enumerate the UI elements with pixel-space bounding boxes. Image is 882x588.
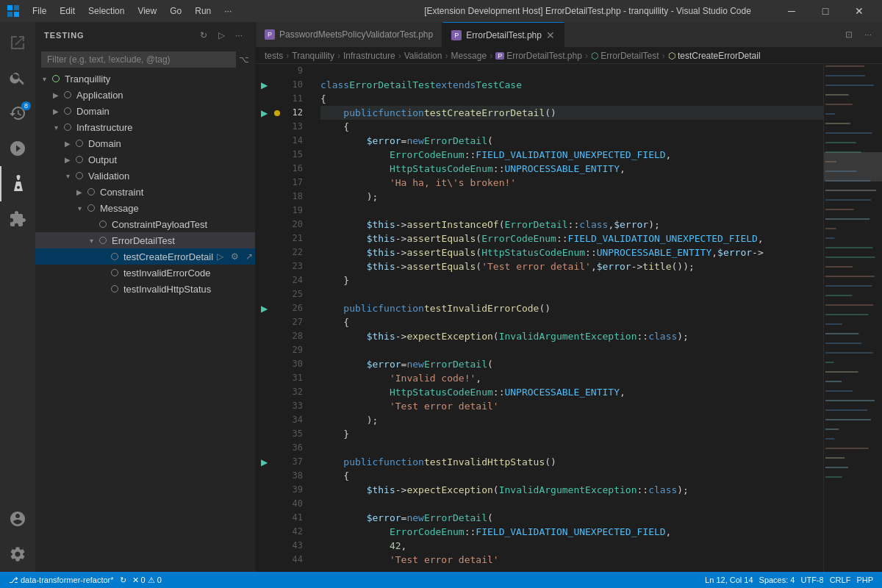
maximize-button[interactable]: □	[808, 0, 842, 22]
close-button[interactable]: ✕	[842, 0, 876, 22]
circle-icon	[62, 105, 74, 117]
activity-source-control[interactable]: 8	[0, 96, 35, 131]
goto-test-button[interactable]: ↗	[243, 250, 255, 263]
status-sync[interactable]: ↻	[117, 572, 129, 588]
gutter-line-37[interactable]: ▶	[256, 455, 272, 469]
gutter-line-17	[256, 176, 272, 190]
tree-item-output[interactable]: ▶ Output	[35, 151, 255, 168]
ln-27: 27	[282, 315, 303, 329]
main-layout: 8 TESTING ↻ ▷ ··· ⌥	[0, 22, 882, 572]
menu-selection[interactable]: Selection	[82, 4, 130, 18]
menu-view[interactable]: View	[132, 4, 162, 18]
code-line-36	[320, 441, 823, 455]
warn-15	[272, 148, 282, 162]
breadcrumb-file[interactable]: PErrorDetailTest.php	[495, 50, 582, 61]
menu-more[interactable]: ···	[218, 4, 237, 18]
tree-item-application[interactable]: ▶ Application	[35, 87, 255, 103]
code-line-43: 42,	[320, 539, 823, 553]
tree-item-validation[interactable]: ▾ Validation	[35, 168, 255, 184]
expand-arrow: ▾	[74, 204, 85, 212]
refresh-button[interactable]: ↻	[196, 28, 211, 43]
activity-run[interactable]	[0, 131, 35, 166]
warn-44	[272, 553, 282, 567]
breadcrumb-validation[interactable]: Validation	[404, 51, 442, 61]
warn-43	[272, 539, 282, 553]
tree-item-tranquillity[interactable]: ▾ Tranquillity	[35, 71, 255, 87]
activity-account[interactable]	[0, 501, 35, 537]
warn-14	[272, 134, 282, 148]
tree-item-testcreateerrordetail[interactable]: testCreateErrorDetail ▷ ⚙ ↗	[35, 248, 255, 265]
status-spaces[interactable]: Spaces: 4	[756, 572, 798, 588]
circle-icon	[50, 73, 62, 85]
tree-item-domain[interactable]: ▶ Domain	[35, 135, 255, 151]
warn-36	[272, 441, 282, 455]
menu-run[interactable]: Run	[189, 4, 217, 18]
ln-21: 21	[282, 232, 303, 245]
tree-item-infrastructure[interactable]: ▾ Infrastructure	[35, 119, 255, 135]
menu-file[interactable]: File	[26, 4, 52, 18]
breadcrumb-tests[interactable]: tests	[265, 51, 283, 61]
ln-25: 25	[282, 287, 303, 301]
code-line-22: $this->assertEquals(HttpStatusCodeEnum::…	[320, 245, 823, 259]
ln-32: 32	[282, 385, 303, 399]
warn-22	[272, 245, 282, 259]
minimize-button[interactable]: ─	[775, 0, 808, 22]
eol-text: CRLF	[830, 576, 851, 584]
filter-input[interactable]	[41, 51, 236, 68]
tree-item-constraintpayload[interactable]: ConstraintPayloadTest	[35, 216, 255, 232]
more-actions-button[interactable]: ···	[232, 28, 246, 43]
gutter-line-35	[256, 427, 272, 441]
gutter-line-10[interactable]: ▶	[256, 78, 272, 92]
status-errors[interactable]: ✕ 0 ⚠ 0	[129, 572, 165, 588]
status-language[interactable]: PHP	[853, 572, 876, 588]
gutter-line-44	[256, 553, 272, 567]
tree-item-message[interactable]: ▾ Message	[35, 200, 255, 216]
status-position[interactable]: Ln 12, Col 14	[702, 572, 756, 588]
warn-11	[272, 92, 282, 106]
breadcrumb-tranquillity[interactable]: Tranquillity	[292, 51, 334, 61]
run-test-button[interactable]: ▷	[213, 250, 226, 263]
activity-testing[interactable]	[0, 166, 35, 201]
status-bar: ⎇ data-transformer-refactor* ↻ ✕ 0 ⚠ 0 L…	[0, 572, 882, 588]
ln-40: 40	[282, 497, 303, 511]
breadcrumb-infrastructure[interactable]: Infrastructure	[343, 51, 395, 61]
tab-close-button[interactable]: ✕	[546, 29, 555, 41]
activity-search[interactable]	[0, 60, 35, 96]
warn-19	[272, 204, 282, 218]
menu-go[interactable]: Go	[164, 4, 187, 18]
breadcrumb-class[interactable]: ⬡ ErrorDetailTest	[591, 51, 659, 61]
gutter-line-20	[256, 218, 272, 232]
run-all-button[interactable]: ▷	[214, 28, 229, 43]
tree-item-errordetailtest[interactable]: ▾ ErrorDetailTest	[35, 232, 255, 248]
ln-10: 10	[282, 78, 303, 92]
debug-test-button[interactable]: ⚙	[228, 250, 241, 263]
warn-39	[272, 483, 282, 497]
menu-edit[interactable]: Edit	[54, 4, 81, 18]
editor-columns: ▶ ▶ ▶	[256, 64, 882, 572]
tree-item-testinvaliderrorcode[interactable]: testInvalidErrorCode	[35, 265, 255, 281]
gutter-line-26[interactable]: ▶	[256, 301, 272, 315]
tree-item-constraint[interactable]: ▶ Constraint	[35, 184, 255, 200]
activity-extensions[interactable]	[0, 201, 35, 237]
tab-errordetailtest[interactable]: P ErrorDetailTest.php ✕	[442, 22, 564, 47]
split-editor-button[interactable]: ⊡	[841, 26, 857, 43]
status-encoding[interactable]: UTF-8	[797, 572, 826, 588]
code-line-19	[320, 204, 823, 218]
activity-explorer[interactable]	[0, 25, 35, 60]
code-content[interactable]: class ErrorDetailTest extends TestCase {…	[309, 64, 823, 572]
code-line-20: $this->assertInstanceOf(ErrorDetail::cla…	[320, 218, 823, 232]
tab-passwordmeets[interactable]: P PasswordMeetsPolicyValidatorTest.php	[256, 22, 442, 47]
breadcrumb-method[interactable]: ⬡ testCreateErrorDetail	[668, 51, 761, 61]
status-branch[interactable]: ⎇ data-transformer-refactor*	[6, 572, 117, 588]
gutter-line-22	[256, 245, 272, 259]
more-actions-button[interactable]: ···	[860, 26, 876, 43]
breadcrumb-message[interactable]: Message	[451, 51, 487, 61]
php-icon: P	[265, 29, 275, 40]
status-eol[interactable]: CRLF	[827, 572, 854, 588]
warning-gutter	[272, 64, 282, 572]
gutter-line-12[interactable]: ▶	[256, 106, 272, 120]
gutter-line-32	[256, 385, 272, 399]
activity-settings[interactable]	[0, 537, 35, 572]
tree-item-domain-top[interactable]: ▶ Domain	[35, 103, 255, 119]
tree-item-testinvalidhttpstatus[interactable]: testInvalidHttpStatus	[35, 281, 255, 297]
